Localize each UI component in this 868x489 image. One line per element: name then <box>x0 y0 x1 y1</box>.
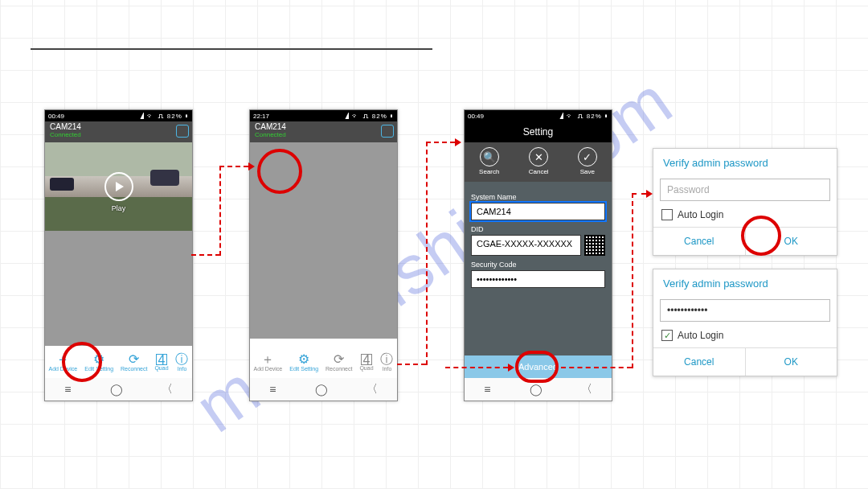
did-label: DID <box>471 225 605 233</box>
camera-name: CAM214 <box>50 122 187 131</box>
home-icon[interactable]: ◯ <box>315 383 328 396</box>
info-button[interactable]: ⓘInfo <box>380 353 393 372</box>
status-bar: 22:17 ◢ ᯤ ⎍ 82% ▮ <box>250 110 397 121</box>
close-icon: ✕ <box>529 147 548 166</box>
auto-login-label: Auto Login <box>678 209 723 220</box>
ok-button[interactable]: OK <box>745 348 837 376</box>
security-code-input[interactable]: ••••••••••••• <box>471 270 605 288</box>
status-bar: 00:49 ◢ ᯤ ⎍ 82% ▮ <box>465 110 612 121</box>
password-input[interactable]: •••••••••••• <box>660 299 830 322</box>
check-icon: ✓ <box>578 147 597 166</box>
phone-home: 00:49 ◢ ᯤ ⎍ 82% ▮ CAM214 Connected Play … <box>44 109 193 401</box>
play-icon[interactable] <box>104 172 133 201</box>
add-device-button[interactable]: ＋Add Device <box>48 353 77 372</box>
system-name-label: System Name <box>471 193 605 201</box>
qr-icon[interactable] <box>584 235 605 256</box>
edit-setting-button[interactable]: ⚙Edit Setting <box>84 353 113 372</box>
dialog-buttons: Cancel OK <box>653 227 837 255</box>
bottom-toolbar: ＋Add Device ⚙Edit Setting ⟳Reconnect 4Qu… <box>250 346 397 378</box>
back-icon[interactable]: 〈 <box>366 382 378 397</box>
password-input[interactable]: Password <box>660 179 830 201</box>
clock: 00:49 <box>48 113 64 120</box>
status-icons: ◢ ᯤ ⎍ 82% ▮ <box>560 113 608 120</box>
cancel-button[interactable]: ✕Cancel <box>529 147 549 175</box>
camera-header: CAM214 Connected <box>45 121 192 142</box>
auto-login-label: Auto Login <box>678 330 723 341</box>
status-icons: ◢ ᯤ ⎍ 82% ▮ <box>141 113 189 120</box>
android-navbar: ≡ ◯ 〈 <box>250 378 397 401</box>
ok-button[interactable]: OK <box>745 228 837 255</box>
info-button[interactable]: ⓘInfo <box>175 353 188 372</box>
home-icon[interactable]: ◯ <box>530 383 542 396</box>
back-icon[interactable]: 〈 <box>162 382 173 397</box>
cancel-button[interactable]: Cancel <box>653 228 745 255</box>
share-icon[interactable] <box>381 125 394 138</box>
security-code-label: Security Code <box>471 261 605 269</box>
status-icons: ◢ ᯤ ⎍ 82% ▮ <box>346 113 394 120</box>
clock: 22:17 <box>253 113 269 120</box>
checkbox-checked-icon: ✓ <box>661 330 673 341</box>
verify-password-dialog-empty: Verify admin password Password Auto Logi… <box>653 148 837 256</box>
quad-button[interactable]: 4Quad <box>154 354 168 371</box>
auto-login-checkbox[interactable]: Auto Login <box>653 208 837 227</box>
empty-area <box>250 142 397 339</box>
verify-password-dialog-filled: Verify admin password •••••••••••• ✓ Aut… <box>653 269 837 376</box>
camera-header: CAM214 Connected <box>250 121 397 142</box>
setting-title: Setting <box>465 121 612 142</box>
save-button[interactable]: ✓Save <box>578 147 597 175</box>
dialog-buttons: Cancel OK <box>653 347 837 376</box>
share-icon[interactable] <box>176 125 189 138</box>
edit-setting-button[interactable]: ⚙Edit Setting <box>289 353 318 372</box>
horizontal-rule <box>31 48 432 50</box>
search-icon: 🔍 <box>480 147 499 166</box>
back-icon[interactable]: 〈 <box>581 382 592 397</box>
android-navbar: ≡ ◯ 〈 <box>45 378 192 401</box>
home-icon[interactable]: ◯ <box>110 383 123 396</box>
camera-status: Connected <box>255 131 392 138</box>
recent-apps-icon[interactable]: ≡ <box>484 383 490 396</box>
auto-login-checkbox[interactable]: ✓ Auto Login <box>653 328 837 347</box>
camera-preview[interactable]: Play <box>45 142 192 231</box>
did-input[interactable]: CGAE-XXXXX-XXXXXX <box>471 235 581 256</box>
bottom-toolbar: ＋Add Device ⚙Edit Setting ⟳Reconnect 4Qu… <box>45 346 192 378</box>
camera-name: CAM214 <box>255 122 392 131</box>
quad-button[interactable]: 4Quad <box>359 354 373 371</box>
dialog-title: Verify admin password <box>653 149 837 177</box>
recent-apps-icon[interactable]: ≡ <box>64 383 71 396</box>
checkbox-icon <box>661 209 673 220</box>
dialog-title: Verify admin password <box>653 269 837 298</box>
add-device-button[interactable]: ＋Add Device <box>253 353 282 372</box>
system-name-input[interactable]: CAM214 <box>471 203 605 220</box>
setting-form: System Name CAM214 DID CGAE-XXXXX-XXXXXX… <box>465 182 612 375</box>
status-bar: 00:49 ◢ ᯤ ⎍ 82% ▮ <box>45 110 192 121</box>
android-navbar: ≡ ◯ 〈 <box>465 378 612 401</box>
reconnect-button[interactable]: ⟳Reconnect <box>326 353 352 372</box>
camera-status: Connected <box>50 131 187 138</box>
reconnect-button[interactable]: ⟳Reconnect <box>121 353 147 372</box>
advanced-button[interactable]: Advanced <box>465 355 612 378</box>
play-label: Play <box>112 204 126 212</box>
phone-overlay: 22:17 ◢ ᯤ ⎍ 82% ▮ CAM214 Connected ⚙ Set… <box>249 109 398 401</box>
cancel-button[interactable]: Cancel <box>653 348 745 376</box>
search-button[interactable]: 🔍Search <box>479 147 499 175</box>
setting-actions: 🔍Search ✕Cancel ✓Save <box>465 142 612 182</box>
recent-apps-icon[interactable]: ≡ <box>269 383 276 396</box>
phone-setting: 00:49 ◢ ᯤ ⎍ 82% ▮ Setting 🔍Search ✕Cance… <box>464 109 612 401</box>
clock: 00:49 <box>468 113 484 120</box>
